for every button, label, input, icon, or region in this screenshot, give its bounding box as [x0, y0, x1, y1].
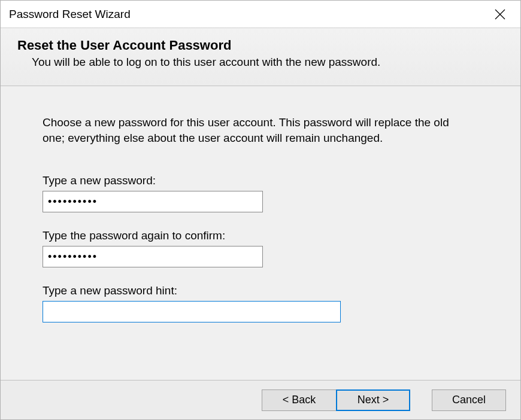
back-button[interactable]: < Back	[262, 389, 336, 411]
hint-label: Type a new password hint:	[43, 284, 478, 297]
new-password-group: Type a new password:	[43, 174, 478, 212]
next-button[interactable]: Next >	[336, 389, 410, 411]
password-hint-input[interactable]	[43, 301, 341, 322]
window-title: Password Reset Wizard	[9, 8, 131, 21]
confirm-password-group: Type the password again to confirm:	[43, 229, 478, 267]
instruction-text: Choose a new password for this user acco…	[43, 115, 450, 145]
new-password-label: Type a new password:	[43, 174, 478, 187]
hint-group: Type a new password hint:	[43, 284, 478, 322]
page-subtitle: You will be able to log on to this user …	[32, 56, 506, 69]
wizard-button-bar: < Back Next > Cancel	[1, 380, 520, 419]
confirm-password-input[interactable]	[43, 246, 263, 267]
nav-button-group: < Back Next >	[262, 389, 410, 411]
page-title: Reset the User Account Password	[17, 38, 506, 53]
wizard-header: Reset the User Account Password You will…	[1, 28, 520, 86]
wizard-window: Password Reset Wizard Reset the User Acc…	[0, 0, 521, 420]
cancel-button[interactable]: Cancel	[432, 389, 506, 411]
titlebar: Password Reset Wizard	[1, 1, 520, 28]
close-icon	[495, 9, 505, 20]
new-password-input[interactable]	[43, 191, 263, 212]
wizard-content: Choose a new password for this user acco…	[1, 86, 520, 380]
confirm-password-label: Type the password again to confirm:	[43, 229, 478, 242]
close-button[interactable]	[488, 5, 512, 23]
